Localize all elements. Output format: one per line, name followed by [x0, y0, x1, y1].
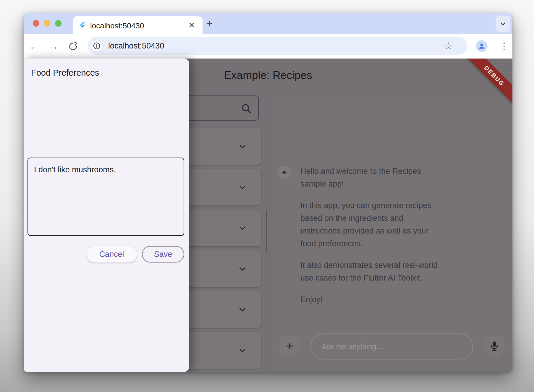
tab-search-button[interactable]: [496, 16, 510, 32]
desktop: localhost:50430 ✕ + ← →: [0, 0, 534, 392]
reload-button[interactable]: [68, 41, 78, 51]
chevron-down-icon[interactable]: [237, 141, 247, 151]
mic-button[interactable]: [483, 335, 505, 357]
address-bar[interactable]: localhost:50430 ☆: [88, 37, 467, 55]
llm-sparkle-icon: ✦: [277, 166, 291, 179]
food-preferences-textarea[interactable]: I don't like mushrooms.: [27, 158, 184, 236]
tab-strip: localhost:50430 ✕ +: [24, 13, 512, 34]
llm-message-paragraph: Enjoy!: [300, 293, 443, 306]
forward-button[interactable]: →: [48, 40, 59, 52]
browser-tab[interactable]: localhost:50430 ✕: [73, 16, 203, 34]
flutter-favicon-icon: [79, 22, 86, 29]
attach-button[interactable]: +: [279, 335, 301, 357]
browser-menu-icon[interactable]: ⋮: [500, 40, 504, 53]
chat-prompt-input[interactable]: [310, 333, 473, 359]
traffic-light-zoom[interactable]: [55, 20, 62, 27]
url-text[interactable]: localhost:50430: [108, 41, 164, 51]
llm-message-paragraph: It also demonstrates several real-world …: [300, 259, 443, 284]
back-button[interactable]: ←: [29, 40, 40, 52]
chevron-down-icon[interactable]: [237, 304, 247, 315]
tab-title: localhost:50430: [90, 21, 144, 30]
chevron-down-icon[interactable]: [237, 223, 247, 233]
cancel-button[interactable]: Cancel: [86, 246, 137, 263]
list-scrollbar[interactable]: [266, 210, 267, 253]
bookmark-star-icon[interactable]: ☆: [444, 40, 453, 51]
browser-window: localhost:50430 ✕ + ← →: [24, 13, 512, 372]
save-button[interactable]: Save: [142, 246, 184, 263]
drawer-divider: [24, 148, 189, 148]
traffic-light-minimize[interactable]: [44, 20, 50, 27]
chevron-down-icon: [499, 20, 507, 27]
chevron-down-icon[interactable]: [237, 182, 247, 192]
profile-avatar[interactable]: [476, 40, 488, 52]
tab-close-icon[interactable]: ✕: [188, 21, 195, 29]
llm-message-paragraph: Hello and welcome to the Recipes sample …: [300, 165, 443, 190]
browser-toolbar: ← → localhost:50430 ☆: [24, 34, 512, 59]
chevron-down-icon[interactable]: [237, 264, 247, 274]
drawer-title: Food Preferences: [31, 68, 99, 78]
new-tab-icon[interactable]: +: [206, 19, 213, 29]
mic-icon: [488, 340, 500, 352]
llm-message-paragraph: In this app, you can generate recipes ba…: [300, 199, 443, 250]
reload-icon: [68, 41, 78, 51]
profile-icon: [478, 42, 486, 50]
llm-message: Hello and welcome to the Recipes sample …: [300, 165, 443, 315]
food-preferences-drawer: Food Preferences I don't like mushrooms.…: [24, 59, 189, 372]
site-info-icon[interactable]: [91, 41, 102, 51]
search-icon: [240, 102, 253, 115]
chevron-down-icon[interactable]: [237, 345, 247, 355]
traffic-light-close[interactable]: [33, 20, 39, 27]
